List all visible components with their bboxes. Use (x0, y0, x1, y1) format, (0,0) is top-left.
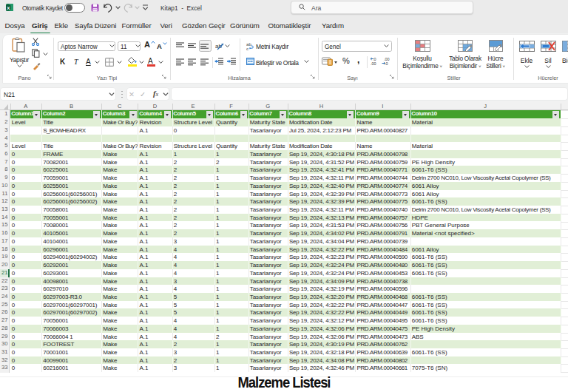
svg-text:.00: .00 (371, 61, 376, 66)
svg-text:.0: .0 (385, 61, 388, 66)
svg-text:c: c (246, 46, 248, 51)
